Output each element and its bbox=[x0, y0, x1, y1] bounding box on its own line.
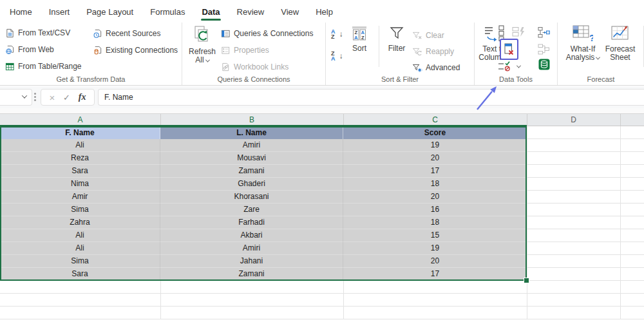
table-header-row: F. Name L. Name Score bbox=[0, 126, 527, 139]
clear-button[interactable]: Clear bbox=[412, 29, 444, 42]
consolidate-button[interactable] bbox=[538, 26, 550, 39]
table-cell[interactable]: Ali bbox=[0, 229, 160, 242]
remove-duplicates-button[interactable] bbox=[504, 43, 515, 56]
tab-view[interactable]: View bbox=[272, 1, 307, 22]
funnel-icon bbox=[388, 25, 405, 42]
tab-review[interactable]: Review bbox=[229, 1, 273, 22]
name-box-chevron-icon[interactable] bbox=[22, 93, 27, 98]
table-cell[interactable]: Zare bbox=[160, 204, 343, 216]
from-table-range-button[interactable]: From Table/Range bbox=[5, 60, 82, 73]
tab-formulas[interactable]: Formulas bbox=[142, 1, 193, 22]
formula-bar: × ✓ fx F. Name bbox=[0, 86, 644, 108]
table-row: ZahraFarhadi18 bbox=[0, 216, 527, 229]
tab-insert[interactable]: Insert bbox=[41, 1, 79, 22]
table-header-cell[interactable]: L. Name bbox=[160, 126, 343, 139]
from-web-label: From Web bbox=[18, 45, 54, 54]
tab-data[interactable]: Data bbox=[193, 1, 228, 22]
table-cell[interactable]: Sima bbox=[0, 255, 160, 268]
table-cell[interactable]: Ali bbox=[0, 242, 160, 255]
table-cell[interactable]: Amiri bbox=[160, 242, 343, 255]
existing-connections-button[interactable]: Existing Connections bbox=[93, 44, 178, 57]
queries-connections-label: Queries & Connections bbox=[234, 29, 313, 38]
table-cell[interactable]: Zahra bbox=[0, 216, 160, 229]
reapply-button[interactable]: Reapply bbox=[412, 45, 454, 58]
tab-help[interactable]: Help bbox=[307, 1, 341, 22]
table-cell[interactable]: Ghaderi bbox=[160, 178, 343, 191]
table-body: AliAmiri19RezaMousavi20SaraZamani17NimaG… bbox=[0, 139, 527, 281]
workbook-links-button[interactable]: Workbook Links bbox=[221, 61, 289, 73]
table-cell[interactable]: Akbari bbox=[160, 229, 343, 242]
forecast-sheet-icon bbox=[611, 24, 630, 43]
filter-button[interactable]: Filter bbox=[383, 25, 411, 53]
table-cell[interactable]: 19 bbox=[343, 139, 527, 152]
table-cell[interactable]: Sima bbox=[0, 204, 160, 216]
table-cell[interactable]: Khorasani bbox=[160, 191, 343, 204]
globe-icon bbox=[5, 45, 15, 55]
table-row: AmirKhorasani20 bbox=[0, 191, 527, 204]
group-data-tools: Text to Columns bbox=[475, 23, 558, 85]
table-cell[interactable]: Sara bbox=[0, 165, 160, 178]
table-cell[interactable]: Jahani bbox=[160, 255, 343, 268]
queries-connections-button[interactable]: Queries & Connections bbox=[221, 27, 313, 40]
queries-panel-icon bbox=[221, 29, 231, 39]
column-headers: A B C D bbox=[0, 113, 644, 126]
table-cell[interactable]: 18 bbox=[343, 216, 527, 229]
table-cell[interactable]: Sara bbox=[0, 268, 160, 281]
name-box[interactable] bbox=[0, 89, 32, 106]
column-header-d[interactable]: D bbox=[527, 114, 620, 126]
table-cell[interactable]: 17 bbox=[343, 268, 527, 281]
table-cell[interactable]: Farhadi bbox=[160, 216, 343, 229]
cancel-icon[interactable]: × bbox=[49, 93, 55, 102]
flash-fill-button[interactable] bbox=[512, 25, 526, 38]
table-header-cell[interactable]: Score bbox=[343, 126, 527, 139]
table-cell[interactable]: Amiri bbox=[160, 139, 343, 152]
formula-input[interactable]: F. Name bbox=[98, 89, 644, 106]
recent-sources-button[interactable]: Recent Sources bbox=[93, 27, 160, 40]
refresh-all-button[interactable]: Refresh All bbox=[186, 24, 218, 64]
table-cell[interactable]: 18 bbox=[343, 178, 527, 191]
table-header-cell[interactable]: F. Name bbox=[0, 126, 160, 139]
relationships-button[interactable] bbox=[538, 43, 550, 55]
table-cell[interactable]: 20 bbox=[343, 255, 527, 268]
manage-data-model-button[interactable] bbox=[538, 58, 550, 71]
table-cell[interactable]: Ali bbox=[0, 139, 160, 152]
table-cell[interactable]: Nima bbox=[0, 178, 160, 191]
properties-label: Properties bbox=[234, 46, 269, 55]
forecast-sheet-button[interactable]: Forecast Sheet bbox=[603, 24, 638, 62]
table-cell[interactable]: Zamani bbox=[160, 165, 343, 178]
remove-duplicates-highlight bbox=[500, 39, 518, 60]
group-forecast: ? What-If Analysis Forecast Sheet Foreca… bbox=[558, 23, 644, 85]
from-text-csv-button[interactable]: From Text/CSV bbox=[5, 26, 70, 39]
from-web-button[interactable]: From Web bbox=[5, 43, 54, 56]
group-sort-filter: AZ↓ ZA↓ ZAAZ Sort Filter bbox=[326, 23, 475, 85]
table-cell[interactable]: Reza bbox=[0, 152, 160, 165]
fill-handle[interactable] bbox=[524, 278, 529, 283]
sort-ascending-button[interactable]: AZ↓ bbox=[331, 28, 343, 41]
tab-home[interactable]: Home bbox=[1, 1, 41, 22]
table-cell[interactable]: Zamani bbox=[160, 268, 343, 281]
table-cell[interactable]: 16 bbox=[343, 204, 527, 216]
table-cell[interactable]: 20 bbox=[343, 191, 527, 204]
table-cell[interactable]: Mousavi bbox=[160, 152, 343, 165]
tab-page-layout[interactable]: Page Layout bbox=[78, 1, 142, 22]
what-if-analysis-icon: ? bbox=[573, 24, 593, 43]
enter-icon[interactable]: ✓ bbox=[63, 93, 70, 102]
sort-descending-button[interactable]: ZA↓ bbox=[331, 50, 343, 62]
table-row: SaraZamani17 bbox=[0, 268, 527, 281]
table-cell[interactable]: Amir bbox=[0, 191, 160, 204]
table-cell[interactable]: 15 bbox=[343, 229, 527, 242]
table-row: AliAkbari15 bbox=[0, 229, 527, 242]
table-row: SaraZamani17 bbox=[0, 165, 527, 178]
table-cell[interactable]: 19 bbox=[343, 242, 527, 255]
text-csv-file-icon bbox=[5, 28, 15, 38]
table-row: AliAmiri19 bbox=[0, 139, 527, 152]
insert-function-button[interactable]: fx bbox=[79, 92, 86, 102]
sort-button[interactable]: ZAAZ Sort bbox=[345, 25, 374, 53]
properties-button[interactable]: Properties bbox=[221, 44, 269, 57]
advanced-filter-button[interactable]: Advanced bbox=[412, 61, 460, 74]
what-if-analysis-button[interactable]: ? What-If Analysis bbox=[565, 24, 600, 62]
table-cell[interactable]: 20 bbox=[343, 152, 527, 165]
clear-funnel-icon bbox=[412, 31, 422, 41]
table-cell[interactable]: 17 bbox=[343, 165, 527, 178]
data-validation-button[interactable] bbox=[498, 60, 520, 73]
